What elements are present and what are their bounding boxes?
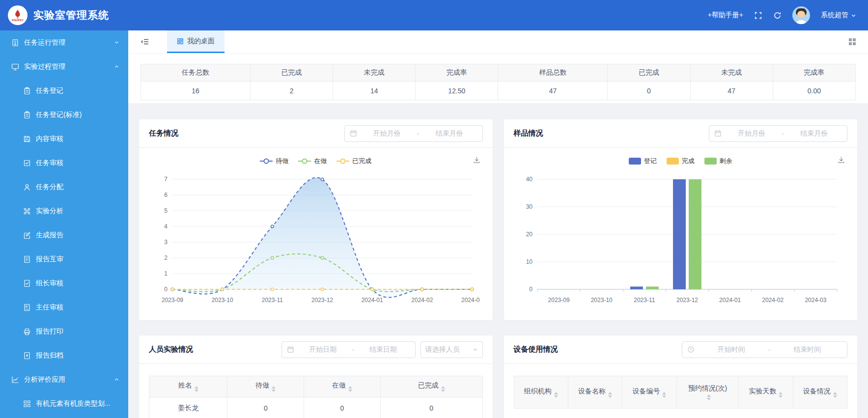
column-header[interactable]: 待做 <box>227 376 304 397</box>
user-name: 系统超管 <box>821 11 848 20</box>
brand-mark-text: SINOPEC <box>12 19 24 22</box>
column-header[interactable]: 姓名 <box>149 376 227 397</box>
person-select-placeholder: 请选择人员 <box>425 345 460 354</box>
swatch-icon <box>667 158 679 165</box>
calendar-icon <box>714 130 722 137</box>
sort-carets-icon <box>779 392 783 398</box>
sample-bar-chart: 0102030402023-092023-102023-112023-12202… <box>513 167 849 310</box>
sidebar-item-task-review[interactable]: 任务审核 <box>0 151 128 175</box>
sort-carets-icon <box>662 392 666 398</box>
legend-label: 在做 <box>314 157 327 166</box>
check-square-icon <box>23 159 31 167</box>
legend-label: 登记 <box>644 157 657 166</box>
column-header[interactable]: 设备编号 <box>622 376 676 409</box>
dashboard-content: 任务总数已完成未完成完成率样品总数已完成未完成完成率1621412.504704… <box>128 54 868 418</box>
stats-header: 任务总数 <box>141 64 251 82</box>
start-time-placeholder: 开始时间 <box>697 345 766 354</box>
clipboard-icon <box>23 111 31 119</box>
column-header[interactable]: 实验天数 <box>739 376 793 409</box>
legend-label: 待做 <box>276 157 288 166</box>
sidebar-item-director-review[interactable]: 主任审核 <box>0 295 128 319</box>
equipment-time-range-input[interactable]: 开始时间 - 结束时间 <box>682 341 847 358</box>
column-header[interactable]: 预约情况(次) <box>676 376 739 409</box>
person-select[interactable]: 请选择人员 <box>420 341 483 358</box>
column-header[interactable]: 在做 <box>304 376 381 397</box>
sidebar-item-label: 任务运行管理 <box>24 38 109 47</box>
stats-header: 已完成 <box>608 64 690 82</box>
sidebar-item-label: 实验分析 <box>36 207 119 216</box>
sidebar-item-report-print[interactable]: 报告打印 <box>0 319 128 343</box>
svg-text:5: 5 <box>164 207 168 214</box>
sidebar-item-organic-element-type[interactable]: 有机元素有机质类型划... <box>0 391 128 416</box>
avatar[interactable] <box>792 6 810 24</box>
stats-value: 47 <box>498 82 608 100</box>
sidebar-item-label: 组长审核 <box>36 279 119 288</box>
stats-value: 0.00 <box>773 82 855 100</box>
personnel-table: 姓名待做在做已完成姜长龙000 <box>149 376 483 418</box>
task-panel: 任务情况 开始月份 - 结束月份 待做在做已完成 0 <box>139 119 493 320</box>
sidebar-item-generate-report[interactable]: 生成报告 <box>0 223 128 247</box>
svg-text:2024-03: 2024-03 <box>461 297 480 304</box>
user-menu[interactable]: 系统超管 <box>821 11 856 20</box>
stats-value: 12.50 <box>416 82 498 100</box>
equipment-table: 组织机构设备名称设备编号预约情况(次)实验天数设备情况 <box>514 376 848 409</box>
sample-month-range-input[interactable]: 开始月份 - 结束月份 <box>709 125 847 142</box>
personnel-panel: 人员实验情况 开始日期 - 结束日期 请选择人员 <box>139 335 493 418</box>
stats-value: 0 <box>608 82 690 100</box>
svg-text:2: 2 <box>164 254 168 261</box>
menu-fold-icon[interactable] <box>140 37 149 46</box>
sidebar-item-label: 报告打印 <box>36 327 119 336</box>
stats-header: 完成率 <box>773 64 855 82</box>
equipment-panel-title: 设备使用情况 <box>514 345 558 354</box>
legend-item[interactable]: 在做 <box>298 157 327 166</box>
sidebar-item-task-register-standard[interactable]: 任务登记(标准) <box>0 103 128 127</box>
svg-text:2023-09: 2023-09 <box>162 297 183 304</box>
legend-item[interactable]: 剩余 <box>704 157 732 166</box>
download-icon[interactable] <box>473 156 481 164</box>
legend-item[interactable]: 完成 <box>667 157 695 166</box>
help-link[interactable]: +帮助手册+ <box>708 11 743 20</box>
task-chart-legend: 待做在做已完成 <box>148 148 484 167</box>
sidebar-item-task-register[interactable]: 任务登记 <box>0 79 128 103</box>
sidebar-item-label: 分析评价应用 <box>24 375 109 384</box>
start-date-placeholder: 开始日期 <box>296 345 350 354</box>
svg-text:2024-01: 2024-01 <box>719 297 741 304</box>
chevron-down-icon <box>473 347 478 352</box>
sidebar-item-task-assign[interactable]: 任务分配 <box>0 175 128 199</box>
stats-value: 14 <box>333 82 416 100</box>
task-month-range-input[interactable]: 开始月份 - 结束月份 <box>344 125 483 142</box>
legend-item[interactable]: 待做 <box>260 157 288 166</box>
sidebar-item-content-review[interactable]: 内容审核 <box>0 127 128 151</box>
column-header[interactable]: 设备情况 <box>793 376 847 409</box>
stats-header: 未完成 <box>333 64 416 82</box>
svg-text:2023-10: 2023-10 <box>590 297 612 304</box>
svg-text:30: 30 <box>526 203 532 210</box>
end-time-placeholder: 结束时间 <box>772 345 842 354</box>
refresh-icon[interactable] <box>773 11 782 20</box>
legend-item[interactable]: 登记 <box>629 157 657 166</box>
tab-bar: 我的桌面 <box>128 30 868 54</box>
sidebar-item-analysis-evaluation-app[interactable]: 分析评价应用 <box>0 367 128 391</box>
sidebar-item-report-archive[interactable]: 报告归档 <box>0 343 128 367</box>
start-month-placeholder: 开始月份 <box>724 129 780 138</box>
column-header[interactable]: 设备名称 <box>568 376 622 409</box>
sidebar-item-experiment-analysis[interactable]: 实验分析 <box>0 199 128 223</box>
sidebar-item-report-cross-review[interactable]: 报告互审 <box>0 247 128 271</box>
column-header[interactable]: 已完成 <box>380 376 482 397</box>
sidebar-item-label: 主任审核 <box>36 303 119 312</box>
main-area: 我的桌面 任务总数已完成未完成完成率样品总数已完成未完成完成率1621412.5… <box>128 30 868 418</box>
tab-my-desktop[interactable]: 我的桌面 <box>167 30 224 53</box>
task-panel-title: 任务情况 <box>149 129 178 138</box>
legend-label: 已完成 <box>352 157 371 166</box>
legend-item[interactable]: 已完成 <box>336 157 371 166</box>
sidebar-item-group-leader-review[interactable]: 组长审核 <box>0 271 128 295</box>
doc-stamp-icon <box>23 304 31 311</box>
personnel-date-range-input[interactable]: 开始日期 - 结束日期 <box>281 341 416 358</box>
column-header[interactable]: 组织机构 <box>514 376 568 409</box>
legend-label: 剩余 <box>720 157 732 166</box>
fullscreen-icon[interactable] <box>754 11 762 20</box>
sidebar-item-task-run-management[interactable]: 任务运行管理 <box>0 30 128 55</box>
layout-grid-icon[interactable] <box>848 38 856 46</box>
sidebar-item-experiment-process-management[interactable]: 实验过程管理 <box>0 55 128 79</box>
download-icon[interactable] <box>837 156 845 164</box>
